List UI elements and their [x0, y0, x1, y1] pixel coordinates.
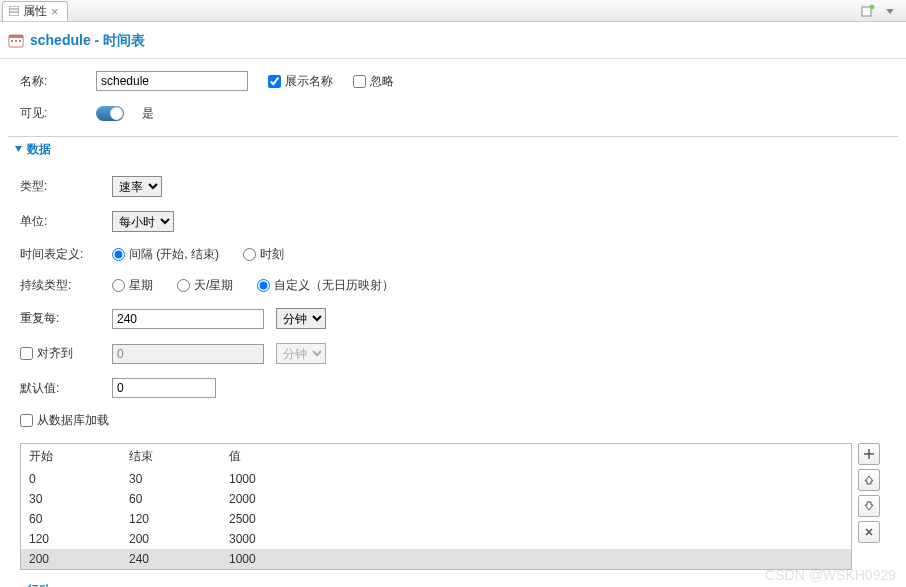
cell-value[interactable]: 1000 — [221, 549, 851, 569]
radio-interval-input[interactable] — [112, 248, 125, 261]
ignore-input[interactable] — [353, 75, 366, 88]
repeat-unit-select[interactable]: 分钟 — [276, 308, 326, 329]
default-label: 默认值: — [20, 380, 100, 397]
svg-rect-6 — [9, 35, 23, 38]
cell-end[interactable]: 240 — [121, 549, 221, 569]
row-name: 名称: 展示名称 忽略 — [20, 71, 898, 91]
cell-start[interactable]: 200 — [21, 549, 121, 569]
cell-end[interactable]: 200 — [121, 529, 221, 549]
col-end: 结束 — [121, 444, 221, 469]
cell-end[interactable]: 30 — [121, 469, 221, 489]
svg-rect-0 — [9, 6, 19, 16]
unit-select[interactable]: 每小时 — [112, 211, 174, 232]
cell-start[interactable]: 30 — [21, 489, 121, 509]
radio-week-label: 星期 — [129, 277, 153, 294]
type-select[interactable]: 速率 — [112, 176, 162, 197]
cell-start[interactable]: 60 — [21, 509, 121, 529]
row-repeat: 重复每: 分钟 — [20, 308, 898, 329]
svg-rect-7 — [11, 40, 13, 42]
table-row[interactable]: 601202500 — [21, 509, 851, 529]
loaddb-input[interactable] — [20, 414, 33, 427]
section-action-label: 行动 — [27, 582, 51, 587]
col-value: 值 — [221, 444, 851, 469]
show-name-input[interactable] — [268, 75, 281, 88]
visible-label: 可见: — [20, 105, 84, 122]
show-name-checkbox[interactable]: 展示名称 — [268, 73, 333, 90]
svg-rect-3 — [862, 7, 871, 16]
section-data-label: 数据 — [27, 141, 51, 158]
table-row[interactable]: 30602000 — [21, 489, 851, 509]
row-loaddb: 从数据库加载 — [20, 412, 898, 429]
align-checkbox[interactable]: 对齐到 — [20, 345, 100, 362]
menu-icon[interactable] — [882, 3, 898, 19]
radio-custom-input[interactable] — [257, 279, 270, 292]
name-label: 名称: — [20, 73, 84, 90]
content: 名称: 展示名称 忽略 可见: 是 数据 类型: 速率 单位: 每小时 — [0, 59, 906, 587]
ignore-checkbox[interactable]: 忽略 — [353, 73, 394, 90]
radio-custom[interactable]: 自定义（无日历映射） — [257, 277, 394, 294]
cell-value[interactable]: 1000 — [221, 469, 851, 489]
data-table-container: 开始 结束 值 03010003060200060120250012020030… — [20, 443, 852, 570]
cell-value[interactable]: 2000 — [221, 489, 851, 509]
table-area: 开始 结束 值 03010003060200060120250012020030… — [20, 443, 898, 570]
radio-week-input[interactable] — [112, 279, 125, 292]
add-row-button[interactable] — [858, 443, 880, 465]
tab-bar: 属性 × — [0, 0, 906, 22]
visible-toggle[interactable] — [96, 106, 124, 121]
tab-group: 属性 × — [2, 0, 68, 21]
type-label: 类型: — [20, 178, 100, 195]
properties-icon — [9, 6, 19, 16]
radio-moment[interactable]: 时刻 — [243, 246, 284, 263]
cell-start[interactable]: 120 — [21, 529, 121, 549]
radio-interval-label: 间隔 (开始, 结束) — [129, 246, 219, 263]
cell-value[interactable]: 3000 — [221, 529, 851, 549]
radio-dayweek-input[interactable] — [177, 279, 190, 292]
row-unit: 单位: 每小时 — [20, 211, 898, 232]
default-input[interactable] — [112, 378, 216, 398]
loaddb-checkbox[interactable]: 从数据库加载 — [20, 412, 109, 429]
repeat-input[interactable] — [112, 309, 264, 329]
radio-week[interactable]: 星期 — [112, 277, 153, 294]
cell-end[interactable]: 60 — [121, 489, 221, 509]
table-row[interactable]: 0301000 — [21, 469, 851, 489]
cell-end[interactable]: 120 — [121, 509, 221, 529]
delete-row-button[interactable] — [858, 521, 880, 543]
section-data-header[interactable]: 数据 — [8, 136, 898, 164]
tab-properties[interactable]: 属性 × — [2, 1, 68, 21]
move-up-button[interactable] — [858, 469, 880, 491]
align-label: 对齐到 — [37, 345, 73, 362]
show-name-label: 展示名称 — [285, 73, 333, 90]
svg-point-4 — [870, 4, 875, 9]
table-row[interactable]: 2002401000 — [21, 549, 851, 569]
radio-moment-input[interactable] — [243, 248, 256, 261]
visible-value: 是 — [142, 105, 154, 122]
row-default: 默认值: — [20, 378, 898, 398]
schedule-icon — [8, 33, 24, 49]
new-view-icon[interactable] — [860, 3, 876, 19]
move-down-button[interactable] — [858, 495, 880, 517]
unit-label: 单位: — [20, 213, 100, 230]
name-input[interactable] — [96, 71, 248, 91]
timedef-label: 时间表定义: — [20, 246, 100, 263]
row-type: 类型: 速率 — [20, 176, 898, 197]
close-icon[interactable]: × — [51, 5, 59, 18]
row-timedef: 时间表定义: 间隔 (开始, 结束) 时刻 — [20, 246, 898, 263]
cell-value[interactable]: 2500 — [221, 509, 851, 529]
align-checkbox-input[interactable] — [20, 347, 33, 360]
col-start: 开始 — [21, 444, 121, 469]
radio-dayweek[interactable]: 天/星期 — [177, 277, 233, 294]
svg-rect-9 — [19, 40, 21, 42]
table-row[interactable]: 1202003000 — [21, 529, 851, 549]
radio-interval[interactable]: 间隔 (开始, 结束) — [112, 246, 219, 263]
page-title: schedule - 时间表 — [30, 32, 145, 50]
row-duration: 持续类型: 星期 天/星期 自定义（无日历映射） — [20, 277, 898, 294]
radio-dayweek-label: 天/星期 — [194, 277, 233, 294]
section-action-header[interactable]: 行动 — [8, 578, 898, 587]
radio-custom-label: 自定义（无日历映射） — [274, 277, 394, 294]
loaddb-label: 从数据库加载 — [37, 412, 109, 429]
row-visible: 可见: 是 — [20, 105, 898, 122]
cell-start[interactable]: 0 — [21, 469, 121, 489]
duration-label: 持续类型: — [20, 277, 100, 294]
data-table[interactable]: 开始 结束 值 03010003060200060120250012020030… — [21, 444, 851, 569]
radio-moment-label: 时刻 — [260, 246, 284, 263]
